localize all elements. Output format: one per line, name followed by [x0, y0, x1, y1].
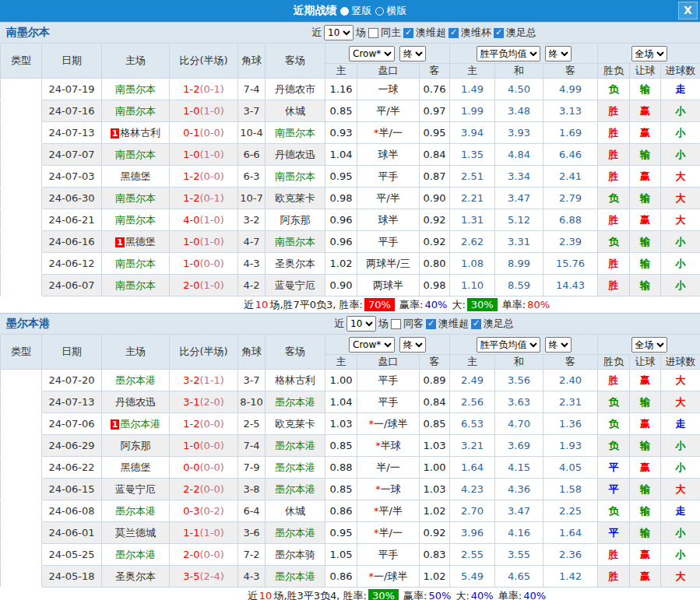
odds-source-select[interactable]: Crow*: [349, 46, 395, 61]
match-row: 澳足总 24-06-12 南墨尔本 1-0(0-0) 4-3 圣奥尔本 1.02…: [1, 253, 700, 275]
handicap: 平手: [378, 170, 399, 182]
home-team: 圣奥尔本: [115, 570, 156, 582]
score-cell: 1-0(0-0): [170, 253, 238, 275]
score-cell: 2-2(0-0): [170, 479, 238, 500]
near-label: 近: [311, 26, 322, 40]
col-odds-home: 主: [325, 355, 357, 370]
avg-draw-odds: 4.50: [495, 79, 543, 100]
team1-name: 南墨尔本: [6, 26, 50, 40]
same-home-checkbox[interactable]: [368, 28, 378, 38]
league-checkbox-affa[interactable]: [494, 28, 504, 38]
home-team: 南墨尔本: [115, 279, 156, 291]
handicap-result: 赢: [630, 566, 661, 588]
avg-win-odds: 1.35: [450, 144, 495, 166]
league-checkbox-affa[interactable]: [471, 319, 481, 329]
avg-win-odds: 2.62: [450, 231, 495, 253]
corner-count: 6-6: [238, 144, 266, 166]
league-checkbox-avl[interactable]: [426, 319, 436, 329]
goals-result: 大: [661, 188, 700, 209]
corner-count: 4-2: [238, 275, 266, 296]
away-team-cell: 墨尔本港: [266, 435, 325, 457]
fulltime-score: 1-2: [183, 192, 199, 204]
league-checkbox-avl[interactable]: [403, 28, 413, 38]
summary-part: 70%: [364, 298, 395, 311]
league-badge: 澳维超: [1, 566, 42, 588]
col-avg-draw: 和: [495, 355, 543, 370]
odds-source-select[interactable]: Crow*: [349, 337, 395, 353]
score-cell: 0-1(0-0): [170, 122, 238, 144]
dialog-title: 近期战绩: [294, 4, 337, 18]
handicap: 球半: [378, 149, 399, 160]
handicap-result: 赢: [630, 413, 661, 435]
col-handicap-result: 让球: [630, 64, 661, 79]
col-score: 比分(半场): [170, 335, 238, 370]
halftime-score: (1-0): [199, 214, 223, 226]
away-team: 墨尔本港: [275, 570, 315, 582]
handicap-cell: *平/半: [357, 500, 420, 522]
handicap-cell: *半/一: [357, 522, 420, 544]
goals-result: 大: [661, 370, 700, 391]
halftime-score: (0-1): [199, 192, 223, 204]
avg-final-select[interactable]: 终: [545, 46, 572, 61]
away-team-cell: 丹德农市: [266, 79, 325, 100]
scope-select[interactable]: 全场: [631, 46, 667, 61]
away-odds: 1.02: [420, 566, 450, 588]
layout-radio-horizontal[interactable]: 横版: [375, 4, 407, 18]
avg-draw-odds: 3.31: [495, 231, 543, 253]
col-handicap: 盘口: [357, 355, 420, 370]
match-date: 24-05-25: [42, 544, 102, 566]
away-team-cell: 墨尔本港: [266, 566, 325, 588]
home-team-cell: 墨尔本港: [102, 544, 170, 566]
away-team-cell: 欧克莱卡: [266, 413, 325, 435]
layout-radio-vertical[interactable]: 竖版: [340, 4, 372, 18]
avg-final-select[interactable]: 终: [545, 337, 572, 353]
handicap: 一球: [381, 483, 401, 495]
avg-win-odds: 2.49: [450, 370, 495, 391]
league-label-avl: 澳维超: [438, 317, 469, 331]
match-result: 胜: [598, 544, 630, 566]
col-goals-result: 进球数: [661, 355, 700, 370]
away-team: 欧克莱卡: [275, 418, 315, 430]
col-avg-win: 主: [450, 355, 495, 370]
league-badge: 澳维超: [1, 79, 42, 100]
league-label-avl: 澳维超: [416, 26, 446, 40]
avg-select[interactable]: 胜平负均值: [477, 337, 540, 353]
match-row: 澳维超 24-07-06 1墨尔本港 1-2(0-0) 2-5 欧克莱卡 1.0…: [1, 413, 700, 435]
fulltime-score: 1-1: [183, 527, 199, 539]
matches-label: 场: [356, 26, 366, 40]
handicap-cell: 半/一: [357, 457, 420, 479]
radio-unselected-icon[interactable]: [375, 7, 384, 16]
score-cell: 1-0(1-0): [170, 144, 238, 166]
goals-result: 小: [661, 275, 700, 296]
same-away-checkbox[interactable]: [391, 319, 401, 329]
home-team-cell: 南墨尔本: [102, 188, 170, 209]
away-team: 阿东那: [280, 214, 311, 226]
handicap-result: 赢: [630, 100, 661, 122]
match-date: 24-07-16: [42, 100, 102, 122]
home-team: 阿东那: [121, 440, 151, 451]
handicap: 平/半: [376, 105, 399, 117]
home-odds: 0.85: [325, 479, 357, 500]
avg-win-odds: 3.94: [450, 122, 495, 144]
avg-select[interactable]: 胜平负均值: [477, 46, 540, 61]
score-cell: 2-0(0-0): [170, 544, 238, 566]
odds-final-select[interactable]: 终: [399, 337, 426, 353]
home-odds: 1.03: [325, 413, 357, 435]
scope-select[interactable]: 全场: [631, 337, 667, 353]
handicap-cell: 平/半: [357, 188, 420, 209]
league-badge: 澳维超: [1, 413, 42, 435]
score-cell: 1-1(1-0): [170, 522, 238, 544]
corner-count: 3-7: [238, 100, 266, 122]
match-count-select[interactable]: 10: [324, 25, 354, 40]
col-away: 客场: [266, 44, 325, 79]
home-team: 南墨尔本: [115, 214, 156, 226]
match-result: 负: [598, 231, 630, 253]
league-checkbox-avc[interactable]: [448, 28, 459, 38]
score-cell: 3-1(2-0): [170, 391, 238, 413]
match-count-select[interactable]: 10: [346, 316, 376, 332]
close-icon[interactable]: X: [678, 2, 698, 19]
handicap-cell: 平手: [357, 391, 420, 413]
radio-selected-icon[interactable]: [340, 7, 349, 16]
goals-result: 大: [661, 209, 700, 231]
odds-final-select[interactable]: 终: [399, 46, 426, 61]
